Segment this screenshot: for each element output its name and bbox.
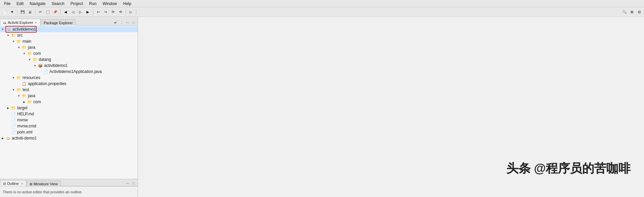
toolbar-sep-2 — [35, 9, 35, 15]
tree-label-src: src — [17, 33, 23, 38]
menu-run[interactable]: Run — [86, 1, 99, 7]
tab-activiti-explorer-icon: 🗂 — [3, 21, 6, 25]
tree-item-activiti-demo1-2[interactable]: ▶ 🗂 activiti-demo1 — [0, 135, 138, 141]
tree-item-resources[interactable]: ▼ 📁 resources — [0, 75, 138, 81]
tree-item-activitidemo1-pkg[interactable]: ▼ 📦 activitidemo1 — [0, 63, 138, 69]
java-file-icon: 📄 — [43, 69, 48, 74]
tree-item-main[interactable]: ▼ 📁 main — [0, 38, 138, 44]
tree-label-datang: datang — [39, 57, 51, 62]
toolbar-btn-4[interactable]: 🖨 — [27, 9, 33, 15]
folder-icon-test-java: 📁 — [22, 93, 27, 98]
tab-package-explorer[interactable]: Package Explorer — [41, 19, 76, 26]
tree-label-root: activitidemo1 — [12, 27, 36, 32]
tree-arrow-demo1-2: ▶ — [0, 137, 5, 140]
tab-ctrl-maximize[interactable]: □ — [131, 20, 136, 25]
tree-item-datang[interactable]: ▼ 📁 datang — [0, 56, 138, 63]
menu-window[interactable]: Window — [100, 1, 120, 7]
project-icon: 🗂 — [6, 27, 11, 32]
folder-icon-test-com: 📁 — [27, 99, 32, 105]
tree-item-com[interactable]: ▼ 📁 com — [0, 50, 138, 56]
tab-outline-close[interactable]: × — [21, 182, 23, 186]
toolbar-prev[interactable]: ◀ — [62, 9, 69, 15]
toolbar-btn-2[interactable]: ▼ — [9, 9, 15, 15]
tree-label-com: com — [33, 51, 41, 56]
toolbar-btn-5[interactable]: ✂ — [37, 9, 44, 15]
tree-item-test-java[interactable]: ▼ 📁 java — [0, 93, 138, 99]
menu-search[interactable]: Search — [49, 1, 67, 7]
toolbar-next2[interactable]: ▶ — [84, 9, 91, 15]
toolbar-undo[interactable]: ↩ — [95, 9, 102, 15]
toolbar-sep-1 — [17, 9, 17, 15]
tab-ctrl-dots[interactable]: ⋮ — [119, 20, 124, 25]
toolbar-prev2[interactable]: ◁ — [70, 9, 76, 15]
toolbar-sep-5 — [126, 9, 126, 15]
menu-edit[interactable]: Edit — [14, 1, 26, 7]
tree-root-activitidemo1[interactable]: ▼ 🗂 activitidemo1 — [0, 26, 138, 32]
tab-activiti-explorer-label: Activiti Explorer — [8, 21, 33, 25]
tab-activiti-explorer-close[interactable]: × — [35, 21, 37, 25]
tree-item-pom[interactable]: ▶ 📄 pom.xml — [0, 129, 138, 135]
left-panel: 🗂 Activiti Explorer × Package Explorer ⇄… — [0, 17, 138, 197]
menu-help[interactable]: Help — [120, 1, 134, 7]
toolbar-btn-6[interactable]: 📋 — [44, 9, 51, 15]
toolbar-run[interactable]: ▷ — [128, 9, 134, 15]
tree-area[interactable]: ▼ 🗂 activitidemo1 ▼ 📁 src ▼ 📁 main — [0, 26, 138, 179]
tree-item-help-md[interactable]: ▶ 📄 HELP.md — [0, 111, 138, 117]
tree-item-test[interactable]: ▼ 📁 test — [0, 87, 138, 93]
folder-icon-resources: 📁 — [16, 75, 22, 80]
tree-item-app-java[interactable]: ▶ 📄 Activitidemo1Application.java — [0, 69, 138, 75]
tree-arrow-test-java: ▼ — [16, 94, 22, 97]
toolbar-next[interactable]: ▷ — [77, 9, 84, 15]
tab-ctrl-minimize[interactable]: — — [125, 20, 130, 25]
tree-label-main: main — [23, 39, 31, 44]
toolbar-search-btn[interactable]: 🔍 — [621, 9, 628, 15]
menu-file[interactable]: File — [1, 1, 13, 7]
tree-item-src[interactable]: ▼ 📁 src — [0, 32, 138, 38]
tab-miniature[interactable]: ⊞ Miniature View — [27, 181, 61, 186]
project-highlight: 🗂 activitidemo1 — [5, 26, 37, 33]
bottom-minimize[interactable]: — — [125, 181, 130, 186]
tab-activiti-explorer[interactable]: 🗂 Activiti Explorer × — [0, 19, 40, 26]
tree-label-test: test — [23, 87, 29, 92]
tab-ctrl-sync[interactable]: ⇄ — [113, 20, 118, 25]
tree-arrow-resources: ▼ — [11, 76, 16, 79]
folder-icon-java: 📁 — [22, 45, 27, 50]
tree-arrow-pkg: ▼ — [32, 64, 38, 67]
tree-item-app-props[interactable]: ▶ 📋 application.properties — [0, 81, 138, 87]
folder-icon-test: 📁 — [16, 87, 22, 92]
tree-item-mvnw[interactable]: ▶ 📄 mvnw — [0, 117, 138, 123]
right-panel: 头条 @程序员的苦咖啡 — [138, 17, 644, 197]
bottom-controls: — □ — [123, 181, 138, 186]
toolbar-btn-7[interactable]: 📌 — [52, 9, 59, 15]
tree-label-app-java: Activitidemo1Application.java — [49, 69, 102, 74]
toolbar-redo[interactable]: ↪ — [102, 9, 109, 15]
toolbar-undo2[interactable]: ⟳ — [110, 9, 116, 15]
folder-icon-main: 📁 — [16, 39, 22, 44]
tree-arrow-main: ▼ — [11, 40, 16, 43]
toolbar-sep-4 — [93, 9, 93, 15]
tree-label-pom: pom.xml — [17, 130, 32, 134]
tree-arrow-src: ▼ — [5, 34, 11, 37]
tab-package-explorer-label: Package Explorer — [44, 21, 73, 25]
watermark: 头条 @程序员的苦咖啡 — [506, 160, 631, 177]
folder-icon-target: 📁 — [11, 105, 16, 111]
tree-item-java[interactable]: ▼ 📁 java — [0, 44, 138, 50]
tree-arrow-datang: ▼ — [27, 58, 32, 61]
toolbar-btn-8[interactable]: ⊞ — [629, 9, 635, 15]
main-layout: 🗂 Activiti Explorer × Package Explorer ⇄… — [0, 17, 644, 197]
tree-label-pkg: activitidemo1 — [44, 63, 68, 68]
tab-outline[interactable]: ⊟ Outline × — [0, 180, 26, 186]
tab-strip: 🗂 Activiti Explorer × Package Explorer ⇄… — [0, 17, 138, 26]
tree-item-target[interactable]: ▶ 📁 target — [0, 105, 138, 111]
menu-project[interactable]: Project — [68, 1, 85, 7]
file-icon-pom: 📄 — [11, 129, 16, 135]
file-icon-help: 📄 — [11, 111, 16, 117]
bottom-maximize[interactable]: □ — [131, 181, 136, 186]
tree-item-test-com[interactable]: ▶ 📁 com — [0, 99, 138, 105]
new-button[interactable]: 📄 — [1, 9, 8, 15]
toolbar-redo2[interactable]: ⟲ — [117, 9, 124, 15]
toolbar-btn-9[interactable]: ⊟ — [636, 9, 643, 15]
toolbar-btn-3[interactable]: 💾 — [19, 9, 26, 15]
tree-item-mvnw-cmd[interactable]: ▶ 📄 mvnw.cmd — [0, 123, 138, 129]
menu-navigate[interactable]: Navigate — [27, 1, 48, 7]
